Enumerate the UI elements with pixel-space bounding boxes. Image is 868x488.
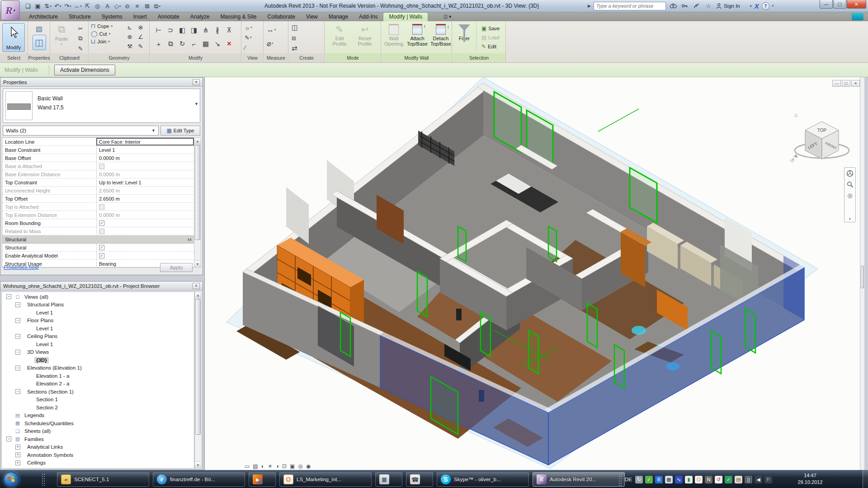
taskbar-item-scenect[interactable]: SCENECT_5.1	[57, 472, 149, 487]
create-group-icon[interactable]: ⧈	[292, 33, 296, 42]
override-graphics-icon[interactable]: ✎▾	[245, 33, 251, 42]
tag-icon[interactable]: ◎	[93, 2, 102, 11]
property-row[interactable]: Related to Mass ∧∧	[2, 227, 194, 235]
load-selection-button[interactable]: ▤Load	[481, 34, 500, 41]
type-selector[interactable]: Basic Wall Wand 17,5 ▼	[3, 89, 200, 123]
canvas-scrollbar[interactable]	[860, 77, 864, 470]
taskbar-item-outlook[interactable]: LS_Marketing_int...	[279, 472, 372, 487]
redo-icon[interactable]: ↷▾	[63, 2, 72, 11]
subscription-key-icon[interactable]	[680, 1, 689, 10]
close-hidden-windows-icon[interactable]: ⊠	[143, 2, 152, 11]
property-checkbox[interactable]	[99, 253, 104, 258]
language-indicator[interactable]: DE	[625, 477, 632, 482]
tree-expand-icon[interactable]	[15, 366, 20, 371]
tree-item[interactable]: Elevations (Elevation 1)	[2, 364, 194, 372]
ribbon-tab[interactable]: Massing & Site	[215, 13, 262, 21]
reset-profile-button[interactable]: ↩ Reset Profile	[354, 24, 376, 47]
tree-item[interactable]: Level 1	[2, 309, 194, 317]
reveal-hidden-elements-icon[interactable]: ◉	[306, 463, 311, 469]
steering-wheel-icon[interactable]	[846, 169, 854, 178]
application-menu-button[interactable]: R▾	[1, 0, 20, 20]
tree-item[interactable]: Level 1	[2, 324, 194, 333]
sync-tray-icon[interactable]: ↺	[715, 476, 722, 483]
viewcube-top-label[interactable]: TOP	[817, 128, 827, 133]
property-row[interactable]: Top Constraint ∧∧ Up to level: Level 1	[2, 178, 194, 187]
measure-between-icon[interactable]: ↔▾	[267, 25, 276, 34]
property-grid-scrollbar[interactable]: ▲ ▼	[194, 137, 201, 267]
tree-item[interactable]: Sections (Section 1)	[2, 388, 194, 396]
exchange-apps-icon[interactable]: X	[755, 2, 759, 10]
trim-extend-icon[interactable]: ⌐	[188, 37, 200, 51]
view-restore-icon[interactable]: ▢	[842, 80, 850, 87]
taskbar-item-skype[interactable]: Skype™ - oliver_b...	[437, 472, 529, 487]
maximize-button[interactable]: ▢	[833, 0, 846, 9]
audio-manager-icon[interactable]: ∿	[675, 476, 683, 483]
communication-center-icon[interactable]	[692, 1, 701, 10]
property-row[interactable]: Enable Analytical Model ∧∧	[2, 252, 194, 260]
taskbar-clock[interactable]: 14:47 29.10.2012	[790, 472, 830, 486]
taskbar-item-phone[interactable]	[406, 472, 433, 487]
paint-icon[interactable]: ✎	[135, 42, 146, 51]
property-checkbox[interactable]	[99, 221, 104, 226]
tree-item[interactable]: Sheets (all)	[2, 427, 194, 436]
scroll-down-icon[interactable]: ▼	[195, 461, 201, 468]
start-button[interactable]	[4, 472, 19, 487]
align-icon[interactable]: ⊢	[153, 23, 165, 37]
undo-icon[interactable]: ↶▾	[53, 2, 62, 11]
create-assembly-icon[interactable]: ⇄	[292, 44, 297, 52]
selection-combo[interactable]: Walls (2)▼	[3, 126, 159, 136]
sync-with-central-icon[interactable]: ⇅▾	[43, 2, 52, 11]
property-checkbox[interactable]	[99, 204, 104, 210]
thin-lines-icon[interactable]: ≡	[133, 2, 142, 11]
switch-windows-icon[interactable]: ⧉▾	[153, 2, 162, 11]
move-icon[interactable]: +	[153, 37, 165, 51]
viewcube-home-icon[interactable]: ⌂	[794, 112, 798, 118]
detach-top-base-button[interactable]: ↓ Detach Top/Base	[429, 24, 452, 47]
battery-icon[interactable]: ▮	[685, 476, 693, 483]
viewcube-roll-icon[interactable]: ↺	[790, 157, 794, 164]
tree-item[interactable]: Views (all)	[2, 293, 194, 301]
ribbon-tab[interactable]: Analyze	[185, 13, 215, 21]
delete-icon[interactable]: ×	[223, 37, 235, 51]
navbar-more-icon[interactable]: ▾	[849, 217, 851, 221]
property-row[interactable]: Base Constraint ∧∧ Level 1	[2, 146, 194, 154]
tree-expand-icon[interactable]	[15, 445, 20, 450]
wall-opening-button[interactable]: Wall Opening	[382, 24, 405, 47]
properties-help-link[interactable]: Properties help	[4, 264, 38, 270]
pin-icon[interactable]: ⊼	[223, 23, 235, 37]
show-desktop-button[interactable]	[863, 470, 868, 488]
ribbon-tab[interactable]: Collaborate	[262, 13, 301, 21]
tree-item[interactable]: {3D}	[2, 356, 194, 364]
onenote-icon[interactable]: N	[705, 476, 712, 483]
search-binoculars-icon[interactable]	[669, 1, 678, 10]
taskbar-item-calculator[interactable]	[375, 472, 402, 487]
array-icon[interactable]: ▦	[200, 37, 212, 51]
ribbon-tab[interactable]: Manage	[323, 13, 354, 21]
autodesk-360-icon[interactable]	[852, 13, 863, 20]
copy-icon[interactable]: ⧉	[76, 34, 85, 43]
shadows-icon[interactable]: ◑	[276, 463, 279, 469]
edit-type-button[interactable]: ▦ Edit Type	[160, 126, 200, 136]
section-icon[interactable]: ⊘	[123, 2, 132, 11]
help-icon[interactable]: ?	[762, 2, 769, 10]
copy-element-icon[interactable]: ⧉	[165, 37, 176, 51]
default-3d-view-icon[interactable]: ◇▾	[113, 2, 122, 11]
search-input[interactable]	[594, 2, 666, 10]
tree-expand-icon[interactable]	[15, 334, 20, 339]
apply-coping-icon[interactable]: ⊕	[124, 32, 135, 42]
open-icon[interactable]: ❏	[24, 2, 33, 11]
property-row[interactable]: Base Extension Distance ∧∧ 0.0000 m	[2, 170, 194, 178]
tree-item[interactable]: Legends	[2, 412, 194, 420]
tree-expand-icon[interactable]	[15, 460, 20, 465]
property-checkbox[interactable]	[99, 164, 104, 169]
ribbon-tab[interactable]: Systems	[96, 13, 128, 21]
apply-button[interactable]: Apply	[160, 263, 193, 272]
ribbon-tab[interactable]: Add-Ins	[354, 13, 383, 21]
property-row[interactable]: Base is Attached ∧∧	[2, 162, 194, 170]
paste-button[interactable]: ⧉ Paste▾	[52, 23, 71, 46]
tree-item[interactable]: 3D Views	[2, 348, 194, 357]
drawing-area[interactable]: — ▢ ✕ ⌂ ↺ TOP LEFT FRONT	[204, 77, 860, 470]
mirror-draw-axis-icon[interactable]: ◨	[188, 23, 200, 37]
attach-top-base-button[interactable]: ↑ Attach Top/Base	[406, 24, 429, 47]
sign-in-button[interactable]: Sign In▾	[716, 3, 752, 9]
